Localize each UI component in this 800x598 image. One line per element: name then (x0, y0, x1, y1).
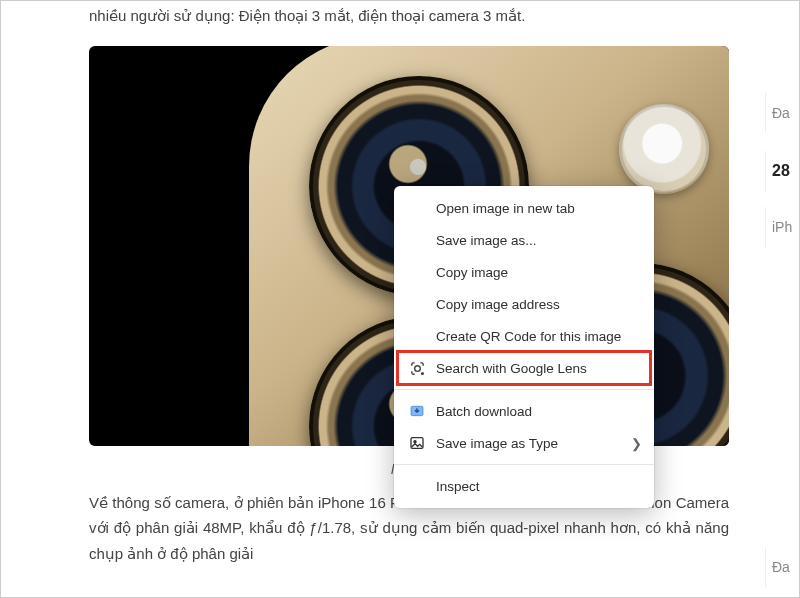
context-menu: Open image in new tab Save image as... C… (394, 186, 654, 508)
menu-search-google-lens[interactable]: Search with Google Lens (394, 352, 654, 384)
menu-copy-image[interactable]: Copy image (394, 256, 654, 288)
menu-item-label: Copy image address (436, 297, 560, 312)
google-lens-icon (408, 359, 426, 377)
camera-flash-icon (619, 104, 709, 194)
svg-point-1 (420, 371, 423, 374)
menu-copy-image-address[interactable]: Copy image address (394, 288, 654, 320)
download-icon (408, 402, 426, 420)
svg-point-0 (414, 365, 420, 371)
sidebar-fragment: iPh (765, 207, 799, 247)
menu-separator (394, 389, 654, 390)
sidebar-fragment: Đa (765, 547, 799, 587)
sidebar-fragment: Đa (765, 93, 799, 133)
menu-item-label: Batch download (436, 404, 532, 419)
menu-item-label: Inspect (436, 479, 480, 494)
svg-point-4 (414, 441, 416, 443)
image-file-icon (408, 434, 426, 452)
menu-item-label: Create QR Code for this image (436, 329, 621, 344)
menu-create-qr-code[interactable]: Create QR Code for this image (394, 320, 654, 352)
menu-open-image-new-tab[interactable]: Open image in new tab (394, 192, 654, 224)
menu-item-label: Save image as... (436, 233, 537, 248)
sidebar-fragment-bold: 28 (765, 151, 799, 191)
menu-item-label: Save image as Type (436, 436, 558, 451)
menu-save-image-as-type[interactable]: Save image as Type ❯ (394, 427, 654, 459)
article-paragraph-top: nhiều người sử dụng: Điện thoại 3 mắt, đ… (89, 5, 736, 28)
menu-inspect[interactable]: Inspect (394, 470, 654, 502)
menu-item-label: Copy image (436, 265, 508, 280)
menu-save-image-as[interactable]: Save image as... (394, 224, 654, 256)
menu-item-label: Open image in new tab (436, 201, 575, 216)
menu-batch-download[interactable]: Batch download (394, 395, 654, 427)
chevron-right-icon: ❯ (631, 436, 642, 451)
menu-separator (394, 464, 654, 465)
menu-item-label: Search with Google Lens (436, 361, 587, 376)
